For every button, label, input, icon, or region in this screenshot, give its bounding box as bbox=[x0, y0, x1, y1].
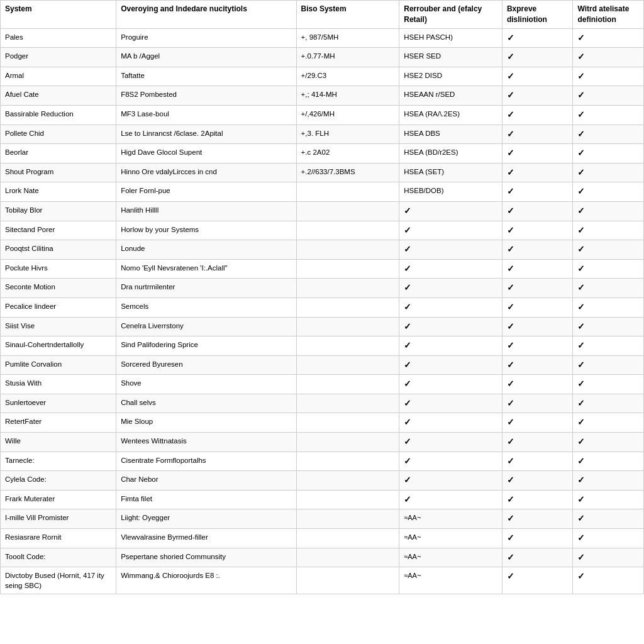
cell-system: Armal bbox=[1, 67, 116, 86]
check-icon: ✓ bbox=[507, 456, 514, 466]
check-icon: ✓ bbox=[577, 321, 585, 331]
cell-system: Resiasrare Rornit bbox=[1, 529, 116, 548]
cell-biso bbox=[296, 452, 399, 471]
check-icon: ✓ bbox=[577, 206, 585, 216]
table-row: Poclute HivrsNomo 'Eyll Nevsratenen 'I:.… bbox=[1, 259, 644, 279]
cell-bxpreve: ✓ bbox=[502, 355, 573, 375]
cell-system: Bassirable Reduction bbox=[1, 105, 116, 125]
cell-rerrou: ✓ bbox=[399, 471, 502, 491]
cell-rerrou: ✓ bbox=[399, 413, 502, 433]
check-icon: ✓ bbox=[404, 436, 411, 447]
cell-biso bbox=[296, 433, 399, 452]
cell-rerrou: ≈AA~ bbox=[399, 567, 502, 594]
cell-bxpreve: ✓ bbox=[502, 86, 573, 106]
cell-system: Tarnecle: bbox=[1, 452, 116, 471]
cell-overoy: Wimmang.& Chioroojurds E8 :. bbox=[116, 567, 296, 594]
cell-rerrou: ✓ bbox=[399, 490, 502, 509]
cell-biso: +, 987/5MH bbox=[296, 28, 399, 48]
check-icon: ✓ bbox=[577, 225, 585, 235]
check-icon: ✓ bbox=[507, 244, 514, 254]
cell-rerrou: ✓ bbox=[399, 297, 502, 317]
cell-bxpreve: ✓ bbox=[502, 125, 573, 144]
check-icon: ✓ bbox=[507, 533, 514, 543]
table-row: Sinaul-CohertndertallollySind Palifoderi… bbox=[1, 336, 644, 356]
cell-biso bbox=[296, 182, 399, 202]
cell-witrd: ✓ bbox=[573, 452, 644, 471]
check-icon: ✓ bbox=[507, 360, 514, 370]
cell-overoy: F8S2 Pombested bbox=[116, 86, 296, 106]
col-header-bxpreve: Bxpreve disliniotion bbox=[502, 1, 573, 29]
check-icon: ✓ bbox=[577, 148, 585, 158]
cell-biso: +,3. FLH bbox=[296, 125, 399, 144]
cell-rerrou: HSEA DBS bbox=[399, 125, 502, 144]
cell-system: Lrork Nate bbox=[1, 182, 116, 202]
table-row: WilleWentees Wittnatasis✓✓✓ bbox=[1, 433, 644, 452]
cell-biso bbox=[296, 221, 399, 240]
cell-bxpreve: ✓ bbox=[502, 240, 573, 260]
cell-bxpreve: ✓ bbox=[502, 452, 573, 471]
check-icon: ✓ bbox=[507, 109, 514, 119]
cell-biso bbox=[296, 355, 399, 375]
cell-overoy: Cisentrate Formfloportalhs bbox=[116, 452, 296, 471]
cell-witrd: ✓ bbox=[573, 201, 644, 221]
cell-bxpreve: ✓ bbox=[502, 471, 573, 491]
cell-witrd: ✓ bbox=[573, 471, 644, 491]
cell-rerrou: ≈AA~ bbox=[399, 548, 502, 567]
cell-rerrou: ✓ bbox=[399, 317, 502, 336]
col-header-system: System bbox=[1, 1, 116, 29]
table-row: ArmalTaftatte+/29.C3HSE2 DISD✓✓ bbox=[1, 67, 644, 86]
check-icon: ✓ bbox=[507, 206, 514, 216]
cell-system: Siist Vise bbox=[1, 317, 116, 336]
check-icon: ✓ bbox=[404, 244, 411, 254]
check-icon: ✓ bbox=[404, 417, 411, 427]
cell-witrd: ✓ bbox=[573, 163, 644, 182]
check-icon: ✓ bbox=[577, 33, 585, 43]
table-row: Pumlite CorvalionSorcered Byuresen✓✓✓ bbox=[1, 355, 644, 375]
cell-system: Sitectand Porer bbox=[1, 221, 116, 240]
check-icon: ✓ bbox=[507, 552, 514, 562]
table-row: RetertFaterMie Sloup✓✓✓ bbox=[1, 413, 644, 433]
cell-biso bbox=[296, 471, 399, 491]
check-icon: ✓ bbox=[577, 513, 585, 523]
cell-bxpreve: ✓ bbox=[502, 509, 573, 529]
check-icon: ✓ bbox=[507, 417, 514, 427]
cell-overoy: Mie Sloup bbox=[116, 413, 296, 433]
check-icon: ✓ bbox=[577, 456, 585, 466]
cell-witrd: ✓ bbox=[573, 182, 644, 202]
cell-overoy: Hinno Ore vdalyLircces in cnd bbox=[116, 163, 296, 182]
cell-rerrou: HSE2 DISD bbox=[399, 67, 502, 86]
cell-witrd: ✓ bbox=[573, 105, 644, 125]
cell-witrd: ✓ bbox=[573, 279, 644, 298]
cell-biso bbox=[296, 317, 399, 336]
check-icon: ✓ bbox=[577, 340, 585, 350]
cell-overoy: Nomo 'Eyll Nevsratenen 'I:.Aclall" bbox=[116, 259, 296, 279]
cell-biso bbox=[296, 336, 399, 356]
cell-rerrou: ≈AA~ bbox=[399, 529, 502, 548]
table-row: Tooolt Code:Psepertane shoried Communsit… bbox=[1, 548, 644, 567]
cell-system: Seconte Motion bbox=[1, 279, 116, 298]
check-icon: ✓ bbox=[404, 456, 411, 466]
cell-bxpreve: ✓ bbox=[502, 433, 573, 452]
cell-overoy: Sorcered Byuresen bbox=[116, 355, 296, 375]
cell-witrd: ✓ bbox=[573, 125, 644, 144]
cell-bxpreve: ✓ bbox=[502, 297, 573, 317]
cell-system: Divctoby Bused (Hornit, 417 ity seing SB… bbox=[1, 567, 116, 594]
cell-biso bbox=[296, 394, 399, 413]
check-icon: ✓ bbox=[507, 475, 514, 485]
check-icon: ✓ bbox=[404, 225, 411, 235]
cell-witrd: ✓ bbox=[573, 317, 644, 336]
table-row: BeorlarHigd Dave Glocol Supent+.c 2A02HS… bbox=[1, 144, 644, 164]
cell-overoy: MA b /Aggel bbox=[116, 48, 296, 67]
cell-biso: +.2//633/7.3BMS bbox=[296, 163, 399, 182]
approx-value: ≈AA~ bbox=[404, 572, 421, 579]
table-row: Frark MuteraterFimta filet✓✓✓ bbox=[1, 490, 644, 509]
table-row: PodgerMA b /Aggel+.0.77-MHHSER SED✓✓ bbox=[1, 48, 644, 67]
cell-bxpreve: ✓ bbox=[502, 317, 573, 336]
cell-system: Pooqtst Cilitina bbox=[1, 240, 116, 260]
check-icon: ✓ bbox=[404, 475, 411, 485]
main-table: System Overoying and Indedare nucitytiol… bbox=[0, 0, 644, 594]
cell-bxpreve: ✓ bbox=[502, 144, 573, 164]
check-icon: ✓ bbox=[577, 533, 585, 543]
cell-system: Shout Program bbox=[1, 163, 116, 182]
cell-biso: +/29.C3 bbox=[296, 67, 399, 86]
